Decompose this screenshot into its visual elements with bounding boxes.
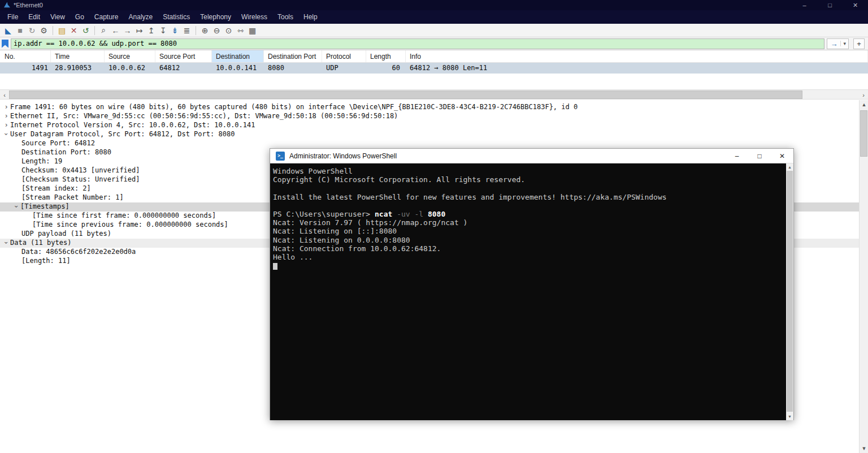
close-file-icon[interactable]: ✕ xyxy=(68,25,80,36)
menu-help[interactable]: Help xyxy=(298,10,323,24)
vertical-scrollbar-thumb[interactable] xyxy=(860,110,867,157)
main-toolbar: ◣ ■ ↻ ⚙ ▤ ✕ ↺ ⌕ ← → ↦ ↥ ↧ ⇟ ≣ ⊕ ⊖ ⊙ ⇿ ▦ xyxy=(0,24,868,37)
menu-view[interactable]: View xyxy=(45,10,70,24)
expander-icon[interactable] xyxy=(2,121,10,129)
detail-text: [Timestamps] xyxy=(20,202,70,210)
powershell-window: >_ Administrator: Windows PowerShell – □… xyxy=(270,148,794,420)
column-header-no[interactable]: No. xyxy=(0,50,51,62)
packet-cell-length: 60 xyxy=(366,63,406,74)
column-header-destination-port[interactable]: Destination Port xyxy=(264,50,322,62)
filter-apply-icon[interactable]: → xyxy=(827,40,840,48)
menu-telephony[interactable]: Telephony xyxy=(195,10,236,24)
stop-capture-icon[interactable]: ■ xyxy=(14,25,26,36)
horizontal-scrollbar: ‹ › xyxy=(0,89,868,100)
expander-icon[interactable] xyxy=(2,239,10,247)
find-packet-icon[interactable]: ⌕ xyxy=(98,25,110,36)
powershell-scroll-up-icon[interactable]: ▲ xyxy=(786,163,793,171)
menu-wireless[interactable]: Wireless xyxy=(236,10,272,24)
powershell-scrollbar-thumb[interactable] xyxy=(787,171,793,412)
menu-go[interactable]: Go xyxy=(70,10,89,24)
terminal-prompt: PS C:\Users\superuser> xyxy=(273,210,375,218)
detail-row-udp[interactable]: User Datagram Protocol, Src Port: 64812,… xyxy=(0,130,859,139)
scroll-right-icon[interactable]: › xyxy=(859,90,868,100)
titlebar: *Ethernet0 – □ ✕ xyxy=(0,0,868,10)
restart-capture-icon[interactable]: ↻ xyxy=(26,25,38,36)
detail-row-ethernet[interactable]: Ethernet II, Src: VMware_9d:55:cc (00:50… xyxy=(0,112,859,121)
zoom-in-icon[interactable]: ⊕ xyxy=(199,25,211,36)
detail-text: Ethernet II, Src: VMware_9d:55:cc (00:50… xyxy=(10,112,398,120)
colorize-icon[interactable]: ≣ xyxy=(181,25,193,36)
resize-columns-icon[interactable]: ⇿ xyxy=(235,25,246,36)
terminal-line: Hello ... xyxy=(273,253,782,261)
expander-icon[interactable] xyxy=(2,103,10,111)
detail-row-ip[interactable]: Internet Protocol Version 4, Src: 10.0.0… xyxy=(0,121,859,130)
detail-row-frame[interactable]: Frame 1491: 60 bytes on wire (480 bits),… xyxy=(0,103,859,112)
zoom-original-icon[interactable]: ⊙ xyxy=(223,25,235,36)
display-filter-input[interactable] xyxy=(11,38,824,49)
scroll-left-icon[interactable]: ‹ xyxy=(0,90,9,100)
packet-row[interactable]: 1491 28.910053 10.0.0.62 64812 10.0.0.14… xyxy=(0,63,868,74)
capture-options-icon[interactable]: ⚙ xyxy=(38,25,50,36)
menu-tools[interactable]: Tools xyxy=(272,10,298,24)
powershell-maximize-button[interactable]: □ xyxy=(748,149,771,163)
powershell-close-button[interactable]: ✕ xyxy=(771,149,793,163)
menu-analyze[interactable]: Analyze xyxy=(124,10,158,24)
capture-file-properties-icon[interactable]: ▦ xyxy=(246,25,258,36)
terminal-line xyxy=(273,201,782,210)
expander-icon[interactable] xyxy=(2,112,10,120)
detail-text: Length: 19 xyxy=(21,157,62,165)
packet-cell-info: 64812 → 8080 Len=11 xyxy=(406,63,868,74)
terminal-command-line: PS C:\Users\superuser> ncat -uv -l 8080 xyxy=(273,210,782,218)
scroll-down-icon[interactable]: ▼ xyxy=(860,444,868,453)
expander-icon[interactable] xyxy=(2,130,10,138)
terminal-line: Copyright (C) Microsoft Corporation. All… xyxy=(273,175,782,184)
detail-text: Internet Protocol Version 4, Src: 10.0.0… xyxy=(10,121,255,129)
detail-text: Destination Port: 8080 xyxy=(21,148,111,156)
column-header-protocol[interactable]: Protocol xyxy=(322,50,366,62)
horizontal-scrollbar-thumb[interactable] xyxy=(9,90,802,99)
go-to-packet-icon[interactable]: ↦ xyxy=(133,25,145,36)
start-capture-icon[interactable]: ◣ xyxy=(2,25,14,36)
detail-row-source-port[interactable]: Source Port: 64812 xyxy=(0,139,859,148)
terminal-cursor xyxy=(273,263,277,270)
menu-file[interactable]: File xyxy=(2,10,23,24)
maximize-button[interactable]: □ xyxy=(817,0,843,10)
scroll-up-icon[interactable]: ▲ xyxy=(860,100,868,109)
packet-cell-no: 1491 xyxy=(0,63,51,74)
column-header-length[interactable]: Length xyxy=(366,50,406,62)
powershell-title: Administrator: Windows PowerShell xyxy=(289,152,397,160)
go-back-icon[interactable]: ← xyxy=(110,25,121,36)
column-header-source[interactable]: Source xyxy=(105,50,155,62)
detail-text: [Length: 11] xyxy=(21,257,71,265)
filter-add-button[interactable]: + xyxy=(853,38,865,49)
menu-statistics[interactable]: Statistics xyxy=(158,10,195,24)
go-to-first-icon[interactable]: ↥ xyxy=(145,25,157,36)
column-header-time[interactable]: Time xyxy=(51,50,105,62)
packet-cell-protocol: UDP xyxy=(322,63,366,74)
expander-icon[interactable] xyxy=(12,202,20,210)
open-file-icon[interactable]: ▤ xyxy=(56,25,68,36)
minimize-button[interactable]: – xyxy=(792,0,817,10)
menu-edit[interactable]: Edit xyxy=(23,10,45,24)
packet-cell-destination: 10.0.0.141 xyxy=(212,63,264,74)
go-to-last-icon[interactable]: ↧ xyxy=(157,25,169,36)
toolbar-separator xyxy=(53,26,53,35)
powershell-minimize-button[interactable]: – xyxy=(726,149,748,163)
filter-bookmark-icon[interactable] xyxy=(2,40,8,48)
column-header-destination[interactable]: Destination xyxy=(212,50,264,62)
powershell-window-controls: – □ ✕ xyxy=(726,149,793,163)
reload-file-icon[interactable]: ↺ xyxy=(80,25,92,36)
zoom-out-icon[interactable]: ⊖ xyxy=(211,25,223,36)
terminal-output[interactable]: Windows PowerShell Copyright (C) Microso… xyxy=(270,163,793,420)
autoscroll-icon[interactable]: ⇟ xyxy=(169,25,181,36)
column-header-info[interactable]: Info xyxy=(406,50,868,62)
powershell-scroll-down-icon[interactable]: ▼ xyxy=(786,413,793,420)
menu-capture[interactable]: Capture xyxy=(89,10,124,24)
go-forward-icon[interactable]: → xyxy=(121,25,133,36)
filter-dropdown-icon[interactable]: ▾ xyxy=(840,41,848,46)
column-header-source-port[interactable]: Source Port xyxy=(155,50,212,62)
detail-text: Data: 48656c6c6f202e2e2e0d0a xyxy=(21,248,136,256)
close-button[interactable]: ✕ xyxy=(843,0,868,10)
packet-cell-time: 28.910053 xyxy=(51,63,105,74)
terminal-line: Ncat: Connection from 10.0.0.62:64812. xyxy=(273,244,782,253)
